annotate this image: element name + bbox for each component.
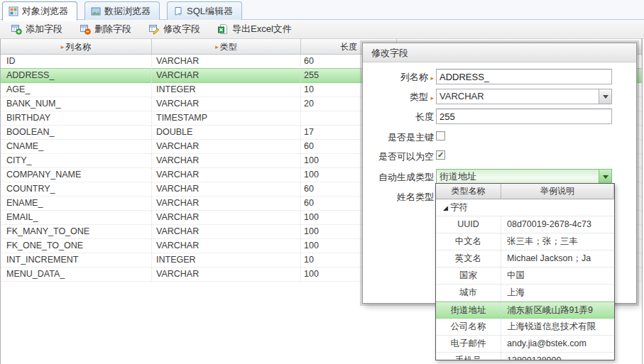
toolbar: 添加字段 删除字段 修改字段 导出Excel文件 [0,20,644,39]
table-delete-icon [80,23,91,35]
table-cell: VARCHAR [152,182,301,197]
type-combo[interactable]: VARCHAR [436,89,612,104]
item-type-name: 国家 [436,268,501,285]
column-label: 类型 [220,41,237,53]
table-cell: VARCHAR [152,97,301,111]
column-header-type[interactable]: ▸ 类型 [152,39,301,55]
table-cell: ID [1,55,152,69]
dropdown-column-example: 举例说明 [501,184,614,199]
table-cell: FK_ONE_TO_ONE [1,239,152,253]
auto-gen-combo[interactable]: 街道地址 [436,169,612,184]
dropdown-column-name: 类型名称 [436,184,501,199]
dropdown-item[interactable]: 城市上海 [436,285,614,302]
export-excel-button[interactable]: 导出Excel文件 [211,21,298,37]
table-cell: COUNTRY_ [1,182,152,197]
excel-icon [217,23,229,35]
table-cell: VARCHAR [152,140,301,154]
table-cell: VARCHAR [152,197,301,211]
item-example: 中国 [501,268,614,285]
table-cell: VARCHAR [152,69,301,83]
item-example: 上海 [501,285,614,302]
required-marker: ▸ [430,94,434,101]
dropdown-item[interactable]: 电子邮件andy.jia@bstek.com [436,336,614,353]
sql-page-icon [173,6,183,16]
column-header-name[interactable]: ▸ 列名称 [1,39,152,55]
dropdown-group-row[interactable]: ◢字符 [436,199,614,216]
chevron-down-icon [603,95,608,99]
button-label: 添加字段 [26,23,62,35]
combo-value: VARCHAR [437,89,599,104]
table-cell: ENAME_ [1,197,152,211]
item-example: 上海锐道信息技术有限 [501,319,614,336]
tab-sql-editor[interactable]: SQL编辑器 [167,1,242,20]
nullable-checkbox[interactable]: ✓ [436,150,445,160]
item-example: 08d70019-2678-4c73 [501,216,614,233]
dropdown-item[interactable]: UUID08d70019-2678-4c73 [436,216,614,233]
field-label-nullable: 是否可以为空 [364,150,434,163]
table-edit-icon [148,23,160,35]
table-cell: COMPANY_NAME [1,168,152,182]
col-name-input[interactable] [436,69,612,84]
dropdown-item[interactable]: 国家中国 [436,268,614,285]
table-cell: INTEGER [152,83,301,97]
item-type-name: 手机号 [436,353,501,360]
table-cell: BIRTHDAY [1,111,152,126]
table-cell: ADDRESS_ [1,69,152,83]
tab-label: 对象浏览器 [22,5,68,18]
dialog-title: 修改字段 [363,43,636,62]
table-cell: VARCHAR [152,55,301,69]
field-label-is-pk: 是否是主键 [364,131,434,144]
dropdown-header: 类型名称 举例说明 [436,184,614,199]
table-cell: INTEGER [152,253,301,268]
combo-trigger[interactable] [599,89,611,104]
table-cell: VARCHAR [152,225,301,239]
table-cell: EMAIL_ [1,211,152,225]
tab-data-browser[interactable]: 数据浏览器 [84,1,160,20]
combo-trigger[interactable] [599,170,611,184]
button-label: 修改字段 [163,23,200,35]
table-cell: CNAME_ [1,140,152,154]
item-type-name: 中文名 [436,233,501,250]
combo-value: 街道地址 [437,170,599,184]
field-label-auto-gen: 自动生成类型 [364,171,434,184]
item-example: 张三丰；张；三丰 [501,233,614,250]
item-type-name: 公司名称 [436,319,501,336]
delete-field-button[interactable]: 删除字段 [73,21,138,37]
item-type-name: 英文名 [436,250,501,268]
required-marker: ▸ [430,75,434,82]
item-type-name: 城市 [436,285,501,302]
item-type-name: UUID [436,216,501,233]
dropdown-item[interactable]: 街道地址浦东新区峨山路91弄9 [436,302,614,319]
tab-object-browser[interactable]: 对象浏览器 [2,1,77,21]
dropdown-item[interactable]: 手机号13800138000 [436,353,614,360]
table-cell: INT_INCREMENT [1,253,152,268]
group-label: ◢字符 [436,199,614,216]
dropdown-item[interactable]: 公司名称上海锐道信息技术有限 [436,319,614,336]
column-label: 长度 [340,41,357,53]
modify-field-button[interactable]: 修改字段 [142,21,207,37]
field-label-col-name: 列名称 ▸ [364,71,434,84]
dropdown-item[interactable]: 英文名Michael Jackson；Ja [436,250,614,268]
item-example: andy.jia@bstek.com [501,336,614,353]
length-input[interactable] [436,109,612,124]
table-cell: VARCHAR [152,211,301,225]
column-label: 列名称 [65,41,91,53]
dropdown-item[interactable]: 中文名张三丰；张；三丰 [436,233,614,250]
table-cell: MENU_DATA_ [1,268,152,282]
table-cell: VARCHAR [152,154,301,168]
data-icon [91,6,101,16]
auto-gen-dropdown-panel: 类型名称 举例说明 ◢字符UUID08d70019-2678-4c73中文名张三… [435,183,615,360]
tab-label: SQL编辑器 [187,5,233,18]
button-label: 导出Excel文件 [232,23,292,35]
add-field-button[interactable]: 添加字段 [4,21,69,37]
item-example: Michael Jackson；Ja [501,250,614,268]
table-cell: CITY_ [1,154,152,168]
table-cell: VARCHAR [152,168,301,182]
table-cell: FK_MANY_TO_ONE [1,225,152,239]
dropdown-body: ◢字符UUID08d70019-2678-4c73中文名张三丰；张；三丰英文名M… [436,199,614,360]
primary-key-checkbox[interactable] [436,131,445,140]
table-cell: VARCHAR [152,239,301,253]
button-label: 删除字段 [94,23,131,35]
table-add-icon [11,23,22,35]
required-marker: ▸ [215,44,219,50]
